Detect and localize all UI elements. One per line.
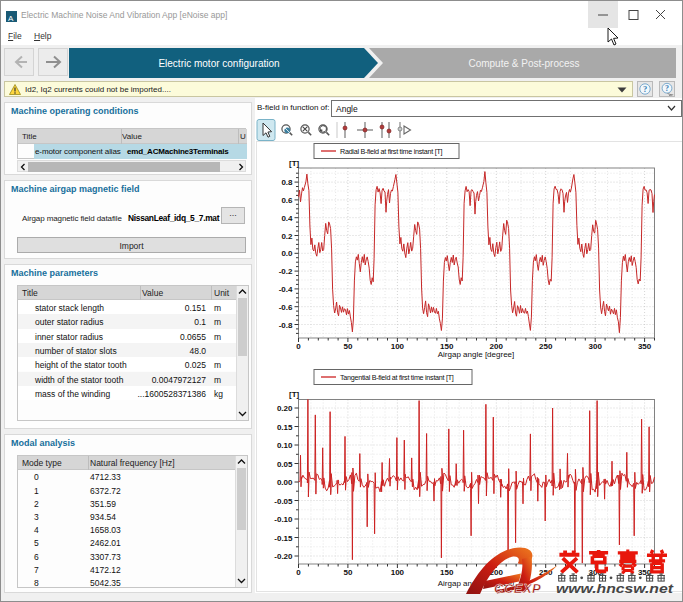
- svg-text:0.0: 0.0: [281, 249, 293, 258]
- svg-text:-0.10: -0.10: [274, 515, 293, 524]
- svg-text:0.00: 0.00: [277, 478, 293, 487]
- svg-text:350: 350: [638, 342, 652, 351]
- svg-text:-0.20: -0.20: [274, 552, 293, 561]
- svg-text:100: 100: [391, 568, 405, 577]
- svg-text:A: A: [8, 14, 14, 23]
- svg-text:0.8: 0.8: [281, 178, 293, 187]
- svg-text:100: 100: [391, 342, 405, 351]
- svg-text:50: 50: [343, 568, 352, 577]
- svg-text:-0.6: -0.6: [279, 303, 293, 312]
- svg-text:Electric motor configuration: Electric motor configuration: [158, 58, 279, 69]
- svg-text:Compute & Post-process: Compute & Post-process: [468, 58, 579, 69]
- svg-text:0.4: 0.4: [281, 214, 293, 223]
- svg-text:-0.2: -0.2: [279, 267, 293, 276]
- svg-text:0.10: 0.10: [277, 441, 293, 450]
- svg-text:0: 0: [296, 568, 301, 577]
- svg-text:Airgap angle [degree]: Airgap angle [degree]: [438, 350, 515, 359]
- svg-text:?: ?: [665, 84, 669, 93]
- svg-text:-0.4: -0.4: [279, 285, 293, 294]
- svg-text:Radial B-field at first time i: Radial B-field at first time instant [T]: [340, 147, 443, 156]
- svg-text:[T]: [T]: [289, 390, 300, 399]
- svg-text:-0.15: -0.15: [274, 534, 293, 543]
- svg-text:0.15: 0.15: [277, 423, 293, 432]
- svg-text:0.05: 0.05: [277, 460, 293, 469]
- svg-text:CCEXP: CCEXP: [494, 581, 541, 596]
- svg-text:Tangential B-field at first ti: Tangential B-field at first time instant…: [340, 373, 454, 382]
- svg-text:www.hncsw.net: www.hncsw.net: [556, 582, 674, 596]
- svg-text:[T]: [T]: [289, 159, 300, 168]
- svg-text:-0.05: -0.05: [274, 497, 293, 506]
- svg-text:0: 0: [296, 342, 301, 351]
- svg-text:0.2: 0.2: [281, 232, 293, 241]
- svg-text:0.20: 0.20: [277, 404, 293, 413]
- svg-text:0.6: 0.6: [281, 196, 293, 205]
- svg-text:?: ?: [643, 84, 647, 94]
- svg-text:300: 300: [589, 342, 603, 351]
- svg-text:-0.8: -0.8: [279, 321, 293, 330]
- svg-text:250: 250: [539, 342, 553, 351]
- svg-text:50: 50: [343, 342, 352, 351]
